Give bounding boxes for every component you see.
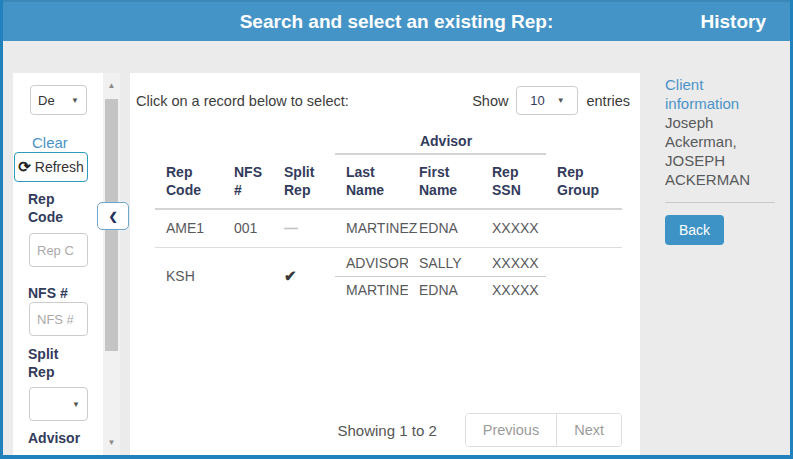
instruction-text: Click on a record below to select: bbox=[136, 93, 349, 109]
cell-first-name: SALLY bbox=[408, 250, 481, 276]
advisor-group-header: Advisor bbox=[335, 128, 546, 154]
col-header-rep-ssn: Rep SSN bbox=[481, 154, 546, 209]
col-header-rep-code: Rep Code bbox=[155, 154, 223, 209]
client-panel-divider bbox=[665, 202, 775, 203]
no-split-dash-icon: — bbox=[273, 209, 335, 247]
cell-rep-ssn: XXXXX bbox=[481, 209, 546, 247]
rep-table: Advisor Rep Code NFS # Split Rep Last Na… bbox=[155, 128, 622, 305]
col-header-last-name: Last Name bbox=[335, 154, 408, 209]
refresh-label: Refresh bbox=[35, 159, 84, 175]
page-size-select[interactable]: 10 ▼ bbox=[516, 86, 578, 115]
advisor-filter-label: Advisor bbox=[28, 429, 86, 447]
previous-button[interactable]: Previous bbox=[466, 414, 557, 446]
next-button[interactable]: Next bbox=[557, 414, 621, 446]
client-information-link[interactable]: Client information bbox=[665, 75, 779, 113]
pagination-buttons: Previous Next bbox=[465, 413, 622, 447]
cell-nfs-number bbox=[223, 247, 273, 305]
frame-edge-left bbox=[0, 0, 3, 459]
header-bar: Search and select an existing Rep: Histo… bbox=[0, 0, 793, 41]
advisor-subrow: ADVISOR SALLY XXXXX bbox=[335, 250, 546, 277]
clear-filters-link[interactable]: Clear bbox=[32, 134, 68, 151]
frame-edge-bottom bbox=[0, 455, 793, 459]
cell-nfs-number: 001 bbox=[223, 209, 273, 247]
client-panel: Client information Joseph Ackerman, JOSE… bbox=[665, 75, 779, 245]
client-name: Joseph Ackerman, bbox=[665, 113, 779, 151]
col-header-first-name: First Name bbox=[408, 154, 481, 209]
advisor-subrow: MARTINEZ EDNA XXXXX bbox=[335, 277, 546, 303]
sidebar-scrollbar[interactable]: ▲ ▼ bbox=[103, 73, 120, 455]
refresh-button[interactable]: ⟳ Refresh bbox=[14, 152, 88, 182]
chevron-down-icon: ▼ bbox=[557, 96, 565, 105]
table-row[interactable]: KSH ✔ ADVISOR SALLY XXXXX MARTINEZ EDNA … bbox=[155, 247, 622, 305]
chevron-left-icon: ❮ bbox=[108, 210, 117, 223]
results-toolbar: Click on a record below to select: Show … bbox=[136, 86, 630, 115]
cell-rep-ssn: XXXXX bbox=[481, 277, 546, 303]
nfs-number-input[interactable] bbox=[29, 302, 88, 336]
cell-rep-ssn: XXXXX bbox=[481, 250, 546, 276]
sort-order-value: De bbox=[38, 93, 55, 108]
cell-first-name: EDNA bbox=[408, 277, 481, 303]
split-rep-select[interactable]: ▼ bbox=[29, 387, 88, 421]
sort-order-select[interactable]: De ▼ bbox=[30, 85, 87, 115]
cell-rep-group bbox=[546, 209, 622, 247]
showing-summary: Showing 1 to 2 bbox=[338, 422, 437, 439]
cell-rep-code: KSH bbox=[155, 247, 223, 305]
client-name-caps: JOSEPH ACKERMAN bbox=[665, 151, 779, 189]
scroll-down-icon[interactable]: ▼ bbox=[103, 438, 120, 447]
scroll-up-icon[interactable]: ▲ bbox=[103, 81, 120, 90]
cell-advisors: ADVISOR SALLY XXXXX MARTINEZ EDNA XXXXX bbox=[335, 247, 546, 305]
cell-first-name: EDNA bbox=[408, 209, 481, 247]
table-header-row: Rep Code NFS # Split Rep Last Name First… bbox=[155, 154, 622, 209]
entries-label: entries bbox=[586, 93, 630, 109]
cell-last-name: ADVISOR bbox=[335, 250, 408, 276]
cell-rep-group bbox=[546, 247, 622, 305]
pagination: Showing 1 to 2 Previous Next bbox=[338, 413, 623, 447]
results-panel: Click on a record below to select: Show … bbox=[130, 73, 640, 455]
rep-code-input[interactable] bbox=[29, 233, 88, 267]
history-link[interactable]: History bbox=[701, 2, 766, 43]
chevron-down-icon: ▼ bbox=[72, 400, 80, 409]
rep-search-window: Search and select an existing Rep: Histo… bbox=[0, 0, 793, 459]
col-header-split-rep: Split Rep bbox=[273, 154, 335, 209]
cell-rep-code: AME1 bbox=[155, 209, 223, 247]
sidebar-collapse-button[interactable]: ❮ bbox=[97, 202, 129, 230]
back-button[interactable]: Back bbox=[665, 215, 724, 245]
split-rep-label: Split Rep bbox=[28, 345, 86, 381]
table-row[interactable]: AME1 001 — MARTINEZ EDNA XXXXX bbox=[155, 209, 622, 247]
refresh-icon: ⟳ bbox=[18, 158, 31, 176]
advisor-group-header-row: Advisor bbox=[155, 128, 622, 154]
chevron-down-icon: ▼ bbox=[71, 96, 79, 105]
nfs-number-label: NFS # bbox=[28, 284, 86, 302]
col-header-rep-group: Rep Group bbox=[546, 154, 622, 209]
page-title: Search and select an existing Rep: bbox=[0, 2, 793, 43]
page-size-control: Show 10 ▼ entries bbox=[472, 86, 630, 115]
show-label: Show bbox=[472, 93, 508, 109]
cell-last-name: MARTINEZ bbox=[335, 277, 408, 303]
page-size-value: 10 bbox=[530, 93, 544, 108]
split-check-icon: ✔ bbox=[273, 247, 335, 305]
rep-code-label: Rep Code bbox=[28, 190, 86, 226]
col-header-nfs-number: NFS # bbox=[223, 154, 273, 209]
cell-last-name: MARTINEZ bbox=[335, 209, 408, 247]
